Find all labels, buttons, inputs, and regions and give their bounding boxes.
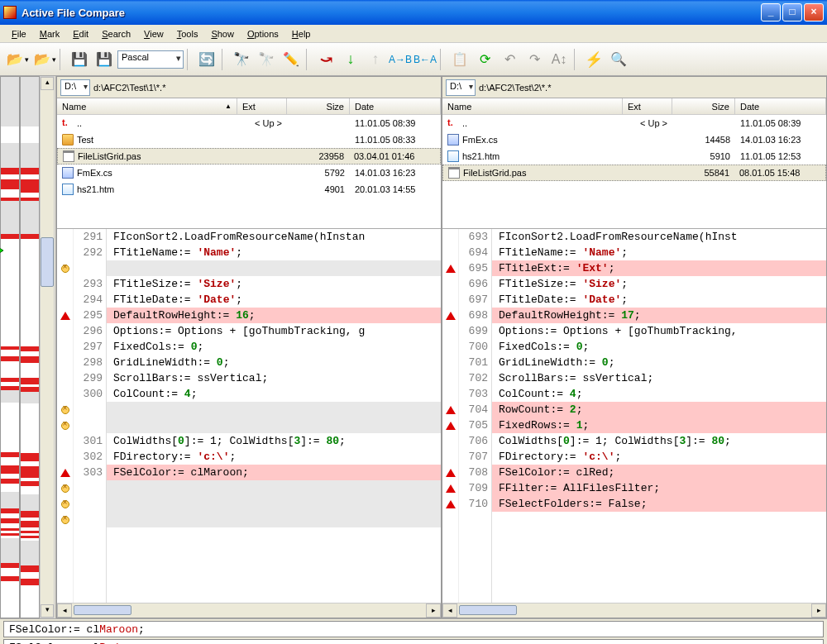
scroll-down-icon[interactable]: ▾ [41, 604, 54, 618]
overview-right[interactable] [20, 76, 40, 618]
diff-warn-icon [446, 484, 456, 493]
overview-panel: ▴ ▾ [0, 76, 56, 618]
minimize-button[interactable]: _ [761, 3, 781, 21]
refresh-button[interactable]: ⟳ [473, 48, 496, 71]
copy-button[interactable]: 📋 [448, 48, 471, 71]
menu-item-view[interactable]: View [137, 26, 170, 41]
copy-right-button[interactable]: A→B [389, 48, 412, 71]
compare-icon: 🔄 [198, 51, 215, 67]
redo-button[interactable]: ↷ [523, 48, 546, 71]
file-row[interactable]: t...< Up >11.01.05 08:39 [442, 115, 826, 131]
undo-button[interactable]: ↶ [498, 48, 521, 71]
scroll-thumb[interactable] [41, 237, 54, 287]
open-left-button[interactable]: 📂 [3, 48, 26, 71]
file-icon [62, 167, 74, 179]
file-row[interactable]: FmEx.cs579214.01.03 16:23 [57, 165, 441, 181]
scroll-left-icon[interactable]: ◂ [442, 603, 457, 618]
gap-icon [61, 265, 69, 273]
edit-button[interactable]: ✏️ [280, 48, 303, 71]
left-path-label: d:\AFC2\Test\1\*.* [93, 83, 165, 93]
file-row[interactable]: hs21.htm490120.01.03 14:55 [57, 181, 441, 198]
save-icon: 💾 [71, 51, 88, 67]
undo-icon: ↶ [504, 51, 515, 67]
magnifier-icon: 🔍 [610, 51, 627, 67]
col-size[interactable]: Size [672, 98, 735, 114]
right-hscroll[interactable]: ◂ ▸ [442, 603, 826, 618]
arrow-up-icon: ↑ [372, 50, 380, 68]
redo-icon: ↷ [529, 51, 540, 67]
file-icon [447, 134, 459, 145]
gap-icon [61, 422, 69, 430]
right-code[interactable]: 6936946956966976986997007017027037047057… [442, 229, 826, 603]
menu-item-search[interactable]: Search [95, 26, 137, 41]
scroll-left-icon[interactable]: ◂ [57, 603, 72, 618]
app-icon [3, 6, 17, 19]
file-row[interactable]: FmEx.cs1445814.01.03 16:23 [442, 131, 826, 148]
diff-warn-icon [446, 422, 456, 430]
col-size[interactable]: Size [287, 98, 350, 114]
col-date[interactable]: Date [735, 98, 826, 114]
menu-item-options[interactable]: Options [241, 26, 285, 41]
col-name[interactable]: Name▲ [57, 98, 237, 114]
scroll-right-icon[interactable]: ▸ [426, 603, 441, 618]
file-row[interactable]: FileListGrid.pas5584108.01.05 15:48 [442, 165, 826, 181]
sort-button[interactable]: A↕ [547, 48, 571, 71]
left-hscroll[interactable]: ◂ ▸ [57, 603, 441, 618]
file-row[interactable]: Test11.01.05 08:33 [57, 131, 441, 148]
file-row[interactable]: hs21.htm591011.01.05 12:53 [442, 148, 826, 165]
right-path-bar: D:\ d:\AFC2\Test\2\*.* [442, 77, 826, 98]
file-row[interactable]: FileListGrid.pas2395803.04.01 01:46 [57, 148, 441, 165]
menu-item-tools[interactable]: Tools [170, 26, 205, 41]
file-icon [63, 150, 74, 162]
menu-item-mark[interactable]: Mark [33, 26, 66, 41]
syntax-combo[interactable]: Pascal [117, 50, 184, 69]
diff-warn-icon [446, 406, 456, 414]
arrow-right-icon: A→B [389, 54, 412, 65]
scroll-thumb[interactable] [459, 605, 517, 615]
menu-item-edit[interactable]: Edit [66, 26, 95, 41]
find-button[interactable]: 🔭 [230, 48, 253, 71]
file-icon [62, 134, 74, 145]
left-pane: D:\ d:\AFC2\Test\1\*.* Name▲ Ext Size Da… [56, 76, 442, 618]
run-button[interactable]: ⚡ [582, 48, 605, 71]
menu-item-help[interactable]: Help [285, 26, 318, 41]
overview-scrollbar[interactable]: ▴ ▾ [40, 76, 55, 618]
col-name[interactable]: Name [442, 98, 623, 114]
view-button[interactable]: 🔍 [607, 48, 630, 71]
scroll-thumb[interactable] [74, 605, 131, 615]
save-right-button[interactable]: 💾 [93, 48, 116, 71]
up-icon: t. [62, 117, 74, 129]
svg-marker-0 [0, 246, 3, 255]
folder-open-icon: 📂 [7, 51, 23, 67]
col-ext[interactable]: Ext [623, 98, 672, 114]
find-next-button[interactable]: 🔭 [255, 48, 278, 71]
menu-item-show[interactable]: Show [204, 26, 241, 41]
lightning-icon: ⚡ [585, 50, 603, 69]
diff-warn-icon [446, 312, 456, 320]
scroll-up-icon[interactable]: ▴ [41, 77, 54, 90]
scroll-right-icon[interactable]: ▸ [811, 603, 826, 618]
copy-left-button[interactable]: B←A [414, 48, 437, 71]
left-filelist-header: Name▲ Ext Size Date [57, 98, 441, 115]
left-code[interactable]: 291292293294295296297298299300301302303 … [57, 229, 441, 603]
menu-item-file[interactable]: File [5, 26, 33, 41]
menubar: FileMarkEditSearchViewToolsShowOptionsHe… [0, 25, 827, 43]
col-ext[interactable]: Ext [237, 98, 287, 114]
overview-left[interactable] [0, 76, 20, 618]
file-row[interactable]: t...< Up >11.01.05 08:39 [57, 115, 441, 131]
right-drive-combo[interactable]: D:\ [446, 79, 476, 96]
folder-open-icon: 📂 [34, 51, 50, 67]
col-date[interactable]: Date [350, 98, 441, 114]
maximize-button[interactable]: □ [782, 3, 802, 21]
save-left-button[interactable]: 💾 [68, 48, 91, 71]
left-drive-combo[interactable]: D:\ [60, 79, 90, 96]
app-title: Active File Compare [22, 7, 761, 19]
prev-diff-button[interactable]: ↑ [364, 48, 387, 71]
close-button[interactable]: × [804, 3, 824, 21]
compare-button[interactable]: 🔄 [195, 48, 218, 71]
open-right-button[interactable]: 📂 [31, 48, 54, 71]
next-diff-button[interactable]: ↓ [339, 48, 362, 71]
goto-button[interactable]: ⤻ [314, 48, 337, 71]
right-filelist: Name Ext Size Date t...< Up >11.01.05 08… [442, 98, 826, 229]
copy-icon: 📋 [452, 51, 468, 67]
